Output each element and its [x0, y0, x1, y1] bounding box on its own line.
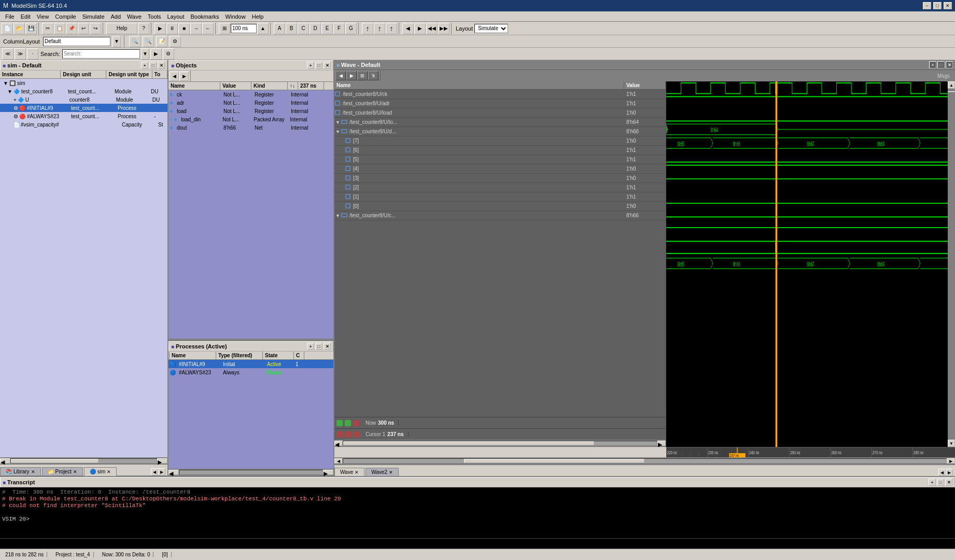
wave-tb-2[interactable]: ▶ — [346, 71, 357, 80]
instance-panel-resize[interactable]: □ — [149, 62, 157, 69]
tb-btn-h[interactable]: ↑ — [362, 23, 373, 34]
transcript-pin[interactable]: + — [929, 479, 936, 486]
vscroll-track[interactable] — [948, 91, 955, 92]
sig-row-c-bus[interactable]: ▼ /test_counter8/U/c... 8'h66 — [334, 211, 666, 220]
sig-row-adr[interactable]: /test_counter8/U/adr 1'h1 — [334, 99, 666, 108]
hscroll-right[interactable]: ▶ — [157, 458, 167, 464]
instance-tree-body[interactable]: ▼ 🔲 sim ▼ 🔷 test_counter8 test_count... … — [0, 79, 167, 457]
tb-btn-j[interactable]: ↑ — [386, 23, 397, 34]
maximize-button[interactable]: □ — [933, 2, 942, 9]
project-close[interactable]: ✕ — [73, 469, 77, 474]
search-nav-1[interactable]: ≪ — [2, 48, 13, 60]
help-button[interactable]: Help — [106, 23, 137, 34]
wave-tab-wave[interactable]: Wave ✕ — [334, 468, 364, 476]
menu-edit[interactable]: Edit — [18, 13, 34, 20]
tb-btn-b[interactable]: B — [286, 23, 297, 34]
instance-hscroll[interactable]: ◀ ▶ — [0, 457, 167, 465]
new-button[interactable]: 📄 — [2, 23, 13, 34]
wave-sig-hscroll[interactable]: ◀ ▶ — [334, 440, 666, 447]
obj-row-dout[interactable]: ◆ dout 8'h66 Net Internal — [168, 123, 333, 132]
wave-vscroll[interactable]: ▲ ▼ — [948, 81, 955, 447]
menu-compile[interactable]: Compile — [52, 13, 79, 20]
obj-row-load[interactable]: ◆ load Not L... Register Internal — [168, 107, 333, 115]
vscroll-down[interactable]: ▼ — [948, 440, 955, 447]
wave-tb-1[interactable]: ◀ — [335, 71, 346, 80]
tb-btn-m[interactable]: ◀◀ — [426, 23, 438, 34]
minimize-button[interactable]: − — [923, 2, 931, 9]
sim-step-button[interactable]: → — [190, 23, 202, 34]
processes-body[interactable]: 🔵 #INITIAL#9 Initial Active 1 🔵 #ALWAYS#… — [168, 360, 333, 469]
tab-project[interactable]: 📁 Project ✕ — [42, 467, 83, 475]
column-layout-input[interactable] — [43, 37, 110, 46]
paste-button[interactable]: 📌 — [66, 23, 77, 34]
sig-row-bit4[interactable]: [4] 1'h0 — [334, 164, 666, 174]
close-button[interactable]: ✕ — [944, 2, 952, 9]
tab-library[interactable]: 📚 Library ✕ — [0, 467, 41, 475]
sim-time-input[interactable] — [231, 24, 257, 33]
panel-left-btn[interactable]: ◀ — [151, 468, 158, 475]
sig-row-bit2[interactable]: [2] 1'h1 — [334, 183, 666, 192]
sim-run-button[interactable]: ▶ — [155, 23, 166, 34]
redo-button[interactable]: ↪ — [90, 23, 101, 34]
col-layout-dropdown[interactable]: ▼ — [113, 36, 121, 47]
sim-pause-button[interactable]: ⏸ — [166, 23, 178, 34]
objects-close[interactable]: ✕ — [324, 62, 331, 69]
panel-right-btn[interactable]: ▶ — [158, 468, 165, 475]
dout-expand-icon[interactable]: ▼ — [335, 129, 340, 134]
menu-bookmarks[interactable]: Bookmarks — [188, 13, 222, 20]
tree-row-u[interactable]: + 🔷 U counter8 Module DU — [0, 95, 167, 104]
search-go[interactable]: ▶ — [150, 48, 162, 60]
proc-scroll-track[interactable] — [179, 470, 323, 475]
library-close[interactable]: ✕ — [31, 469, 35, 474]
sig-row-bit1[interactable]: [1] 1'h1 — [334, 192, 666, 202]
open-button[interactable]: 📂 — [13, 23, 25, 34]
menu-wave[interactable]: Wave — [124, 13, 145, 20]
transcript-close[interactable]: ✕ — [945, 479, 952, 486]
tree-row-test-counter8[interactable]: ▼ 🔷 test_counter8 test_count... Module D… — [0, 87, 167, 95]
proc-pin[interactable]: + — [307, 343, 314, 350]
menu-add[interactable]: Add — [108, 13, 124, 20]
tb-btn-a[interactable]: A — [274, 23, 285, 34]
obj-tb-2[interactable]: ▶ — [179, 72, 189, 81]
c-bus-expand-icon[interactable]: ▼ — [335, 213, 340, 218]
wave-zoom-full[interactable]: ⊞ — [219, 23, 230, 34]
tb-btn-n[interactable]: ▶▶ — [438, 23, 450, 34]
menu-simulate[interactable]: Simulate — [79, 13, 108, 20]
cut-button[interactable]: ✂ — [42, 23, 53, 34]
search-options[interactable]: ⚙ — [163, 48, 174, 60]
hscroll-thumb[interactable] — [11, 459, 99, 463]
menu-view[interactable]: View — [34, 13, 52, 20]
sig-row-load[interactable]: /test_counter8/U/load 1'h0 — [334, 108, 666, 118]
copy-button[interactable]: 📋 — [54, 23, 65, 34]
sim-stop-button[interactable]: ■ — [178, 23, 190, 34]
transcript-input-field[interactable] — [2, 541, 953, 547]
col-btn-1[interactable]: 🔍 — [129, 36, 141, 47]
col-btn-2[interactable]: 🔍 — [143, 36, 154, 47]
wave-signal-body[interactable]: /test_counter8/U/ck 1'h1 /test_counter8/… — [334, 90, 666, 417]
menu-help[interactable]: Help — [249, 13, 267, 20]
wave-scroll-right[interactable]: ▶ — [947, 458, 955, 464]
sig-row-ck[interactable]: /test_counter8/U/ck 1'h1 — [334, 90, 666, 99]
wave-pin[interactable]: + — [929, 61, 936, 68]
menu-window[interactable]: Window — [222, 13, 249, 20]
sim-back-button[interactable]: ← — [202, 23, 214, 34]
load-din-expand-icon[interactable]: ▼ — [335, 120, 340, 125]
obj-row-load-din[interactable]: + ◆ load_din Not L... Packed Array Inter… — [168, 115, 333, 123]
proc-resize[interactable]: □ — [315, 343, 322, 350]
wave-tab-close[interactable]: ✕ — [355, 470, 359, 475]
search-nav-3[interactable]: · — [27, 48, 38, 60]
save-button[interactable]: 💾 — [25, 23, 37, 34]
wave-scroll-track[interactable] — [343, 458, 947, 464]
sim-close[interactable]: ✕ — [107, 469, 111, 474]
menu-file[interactable]: File — [2, 13, 18, 20]
wave-sig-scroll-left[interactable]: ◀ — [334, 441, 343, 446]
search-nav-2[interactable]: ≫ — [15, 48, 26, 60]
wave-sig-scroll-right[interactable]: ▶ — [657, 441, 666, 446]
tb-btn-g[interactable]: G — [345, 23, 357, 34]
wave-tb-4[interactable]: 🖱 — [368, 71, 378, 80]
undo-button[interactable]: ↩ — [78, 23, 89, 34]
sim-time-up[interactable]: ▲ — [257, 23, 269, 34]
col-btn-4[interactable]: ⚙ — [170, 36, 181, 47]
tb-btn-f[interactable]: F — [333, 23, 345, 34]
layout-dropdown[interactable]: Simulate — [474, 24, 508, 33]
